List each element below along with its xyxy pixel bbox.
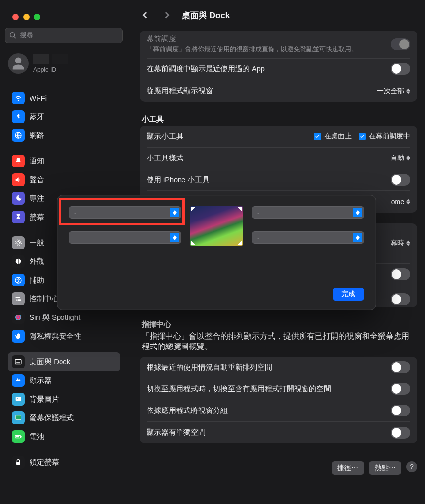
sidebar-item-network[interactable]: 網路 (8, 126, 120, 145)
windows-card: 幕時 結束應用程式時關閉視圖 若啟用此選項，重新打開應用程式時，將不會回復已打開… (140, 223, 417, 307)
stage-desc: 「幕前調度」會將你最近使用的視窗排成直條，以避免雜亂並可快速取用。 (147, 45, 358, 54)
sidebar-item-bell[interactable]: 通知 (8, 152, 120, 170)
svg-rect-18 (16, 462, 20, 465)
sidebar-nav: Wi-Fi藍牙網路通知聲音專注螢幕一般外觀輔助控制中心Siri 與 Spotli… (5, 82, 123, 472)
svg-point-12 (17, 398, 18, 399)
hotcorners-button[interactable]: 熱點⋯ (369, 461, 401, 475)
widgets-section-label: 小工具 (142, 115, 417, 124)
wifi-icon (12, 92, 25, 104)
svg-rect-11 (16, 397, 21, 401)
back-button[interactable] (139, 9, 152, 22)
show-widgets-label: 顯示小工具 (147, 132, 183, 141)
sidebar-item-moon[interactable]: 專注 (8, 189, 120, 208)
sidebar-item-display[interactable]: 顯示器 (8, 371, 120, 390)
search-placeholder: 搜尋 (20, 31, 33, 40)
mission-control-card: 根據最近的使用情況自動重新排列空間 切換至應用程式時，切換至含有應用程式打開視窗… (140, 357, 417, 443)
bell-icon (12, 155, 25, 167)
wallpaper-icon (12, 393, 25, 406)
widget-style-popup[interactable]: 自動 (391, 154, 410, 162)
widgets-desktop-check[interactable]: 在桌面上 (314, 132, 352, 141)
account-section[interactable]: Apple ID (8, 53, 120, 74)
sidebar-item-label: 藍牙 (30, 112, 44, 122)
sidebar-item-hand[interactable]: 隱私權與安全性 (8, 327, 120, 346)
sidebar: 搜尋 Apple ID Wi-Fi藍牙網路通知聲音專注螢幕一般外觀輔助控制中心S… (5, 28, 123, 472)
help-button[interactable]: ? (406, 461, 417, 472)
minimize-window-button[interactable] (23, 14, 30, 20)
svg-point-3 (18, 278, 19, 279)
sidebar-item-hourglass[interactable]: 螢幕 (8, 208, 120, 226)
network-icon (12, 129, 25, 142)
browser-popup[interactable]: ome (391, 198, 410, 206)
sidebar-item-gear[interactable]: 一般 (8, 233, 120, 252)
screen-popup[interactable]: 幕時 (391, 239, 410, 248)
mc-separate-label: 顯示器有單獨空間 (147, 428, 206, 437)
iphone-widgets-label: 使用 iPhone 小工具 (147, 175, 210, 185)
sidebar-item-label: Wi-Fi (30, 94, 47, 102)
sidebar-item-wallpaper[interactable]: 背景圖片 (8, 390, 120, 409)
svg-rect-10 (16, 362, 20, 363)
search-icon (9, 32, 17, 39)
svg-rect-16 (16, 436, 19, 438)
svg-rect-4 (16, 297, 19, 298)
svg-rect-14 (16, 415, 21, 419)
mc-auto-label: 根據最近的使用情況自動重新排列空間 (147, 363, 272, 372)
sidebar-item-dock[interactable]: 桌面與 Dock (8, 352, 120, 371)
sidebar-item-wifi[interactable]: Wi-Fi (8, 89, 120, 107)
stage-windows-popup[interactable]: 一次全部 (377, 87, 410, 95)
widgets-stage-check[interactable]: 在幕前調度中 (359, 132, 410, 141)
shortcuts-button[interactable]: 捷徑⋯ (332, 461, 364, 475)
avatar (8, 53, 29, 74)
sidebar-item-bluetooth[interactable]: 藍牙 (8, 107, 120, 126)
widget-style-label: 小工具樣式 (147, 154, 183, 163)
battery-icon (12, 430, 25, 443)
stage-toggle[interactable] (391, 38, 410, 50)
main-panel: 桌面與 Dock 幕前調度 「幕前調度」會將你最近使用的視窗排成直條，以避免雜亂… (134, 8, 417, 475)
sidebar-item-label: 桌面與 Dock (30, 357, 70, 367)
zoom-window-button[interactable] (34, 14, 40, 20)
sidebar-item-appearance[interactable]: 外觀 (8, 252, 120, 271)
sidebar-item-label: 顯示器 (30, 376, 52, 385)
hourglass-icon (12, 211, 25, 223)
mc-group-toggle[interactable] (391, 405, 410, 416)
sidebar-item-lock[interactable]: 鎖定螢幕 (8, 453, 120, 472)
hand-icon (12, 330, 25, 343)
stage-manager-card: 幕前調度 「幕前調度」會將你最近使用的視窗排成直條，以避免雜亂並可快速取用。 在… (140, 31, 417, 102)
sidebar-item-label: 控制中心 (30, 294, 59, 304)
account-label: Apple ID (33, 66, 68, 73)
page-title: 桌面與 Dock (182, 10, 230, 21)
forward-button[interactable] (160, 9, 173, 22)
display-icon (12, 374, 25, 387)
sidebar-item-accessibility[interactable]: 輔助 (8, 271, 120, 289)
stage-recent-label: 在幕前調度中顯示最近使用過的 App (147, 64, 265, 74)
mc-switch-toggle[interactable] (391, 383, 410, 395)
sidebar-item-label: 一般 (30, 238, 44, 248)
close-window-button[interactable] (12, 14, 19, 20)
dock-icon (12, 355, 25, 368)
sidebar-item-siri[interactable]: Siri 與 Spotlight (8, 308, 120, 327)
sidebar-item-switches[interactable]: 控制中心 (8, 289, 120, 308)
sidebar-item-label: 電池 (30, 432, 44, 441)
stage-windows-label: 從應用程式顯示視窗 (147, 86, 213, 95)
sidebar-item-battery[interactable]: 電池 (8, 427, 120, 446)
moon-icon (12, 192, 25, 205)
search-input[interactable]: 搜尋 (5, 28, 123, 43)
close-windows-label: 結束應用程式時關閉視圖 (147, 289, 351, 299)
sidebar-item-screensaver[interactable]: 螢幕保護程式 (8, 409, 120, 427)
svg-rect-6 (18, 299, 21, 301)
sidebar-item-label: 螢幕 (30, 213, 44, 222)
gear-icon (12, 236, 25, 249)
sidebar-item-label: 螢幕保護程式 (30, 413, 74, 423)
sidebar-item-label: 聲音 (30, 175, 44, 185)
mc-separate-toggle[interactable] (391, 427, 410, 439)
sidebar-item-label: 輔助 (30, 276, 44, 285)
tabs-toggle[interactable] (391, 268, 410, 280)
iphone-widgets-toggle[interactable] (391, 174, 410, 186)
accessibility-icon (12, 274, 25, 286)
screensaver-icon (12, 411, 25, 424)
svg-point-5 (19, 297, 20, 298)
sidebar-item-sound[interactable]: 聲音 (8, 170, 120, 189)
mc-auto-toggle[interactable] (391, 361, 410, 373)
close-windows-toggle[interactable] (391, 293, 410, 305)
stage-recent-toggle[interactable] (391, 63, 410, 75)
svg-point-8 (15, 315, 21, 320)
